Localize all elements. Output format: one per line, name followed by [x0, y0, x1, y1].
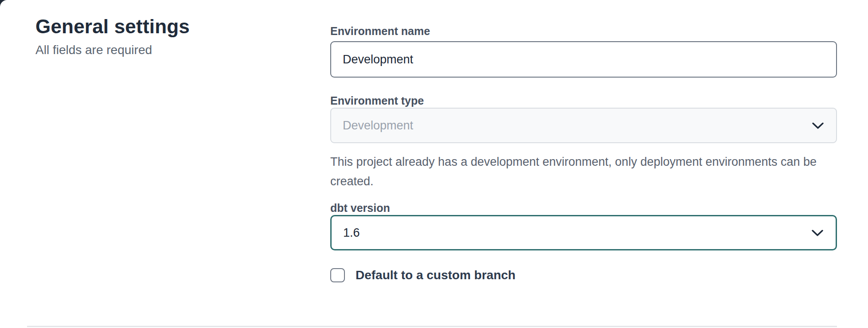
- dbt-version-select[interactable]: 1.6: [330, 215, 837, 250]
- environment-type-helper: This project already has a development e…: [330, 152, 837, 191]
- custom-branch-label[interactable]: Default to a custom branch: [356, 268, 516, 282]
- environment-type-select[interactable]: Development: [330, 108, 837, 143]
- section-intro: General settings All fields are required: [35, 15, 284, 58]
- section-divider: [27, 326, 837, 327]
- helper-line: This project already has a development e…: [330, 152, 837, 172]
- environment-name-label: Environment name: [330, 24, 837, 38]
- dbt-version-label: dbt version: [330, 201, 837, 215]
- card-rounded-corner: [0, 0, 35, 27]
- environment-type-label: Environment type: [330, 94, 837, 107]
- environment-settings-page: General settings All fields are required…: [0, 0, 868, 328]
- dbt-version-value: 1.6: [343, 226, 360, 240]
- custom-branch-checkbox[interactable]: [330, 268, 345, 282]
- general-settings-form: Environment name Environment type Develo…: [330, 24, 837, 282]
- custom-branch-row: Default to a custom branch: [330, 268, 837, 282]
- helper-line: created.: [330, 172, 837, 191]
- environment-type-value: Development: [343, 119, 413, 133]
- page-subtitle: All fields are required: [35, 43, 284, 58]
- chevron-down-icon: [812, 230, 823, 237]
- page-title: General settings: [35, 15, 284, 38]
- chevron-down-icon: [812, 122, 824, 129]
- environment-name-input[interactable]: [330, 41, 837, 78]
